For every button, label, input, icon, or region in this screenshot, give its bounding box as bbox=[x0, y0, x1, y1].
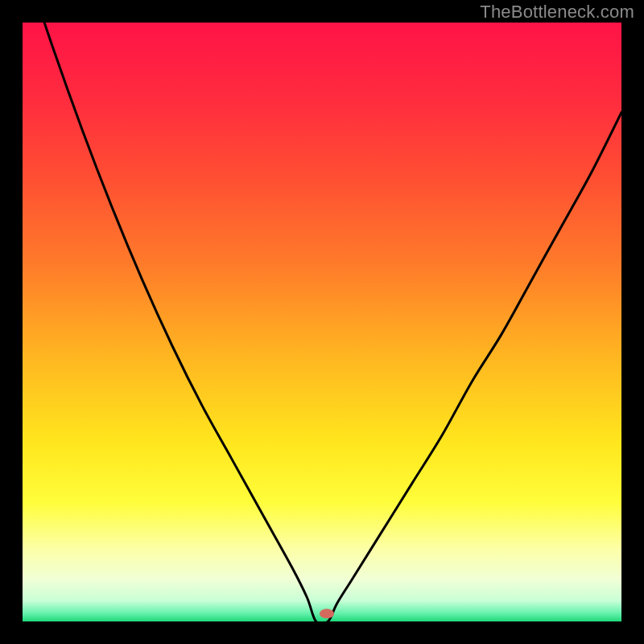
chart-frame: TheBottleneck.com bbox=[0, 0, 644, 644]
bottleneck-chart bbox=[23, 23, 621, 621]
optimal-marker bbox=[320, 609, 334, 618]
watermark-text: TheBottleneck.com bbox=[480, 2, 634, 23]
gradient-background bbox=[23, 23, 621, 621]
plot-area bbox=[23, 23, 621, 621]
